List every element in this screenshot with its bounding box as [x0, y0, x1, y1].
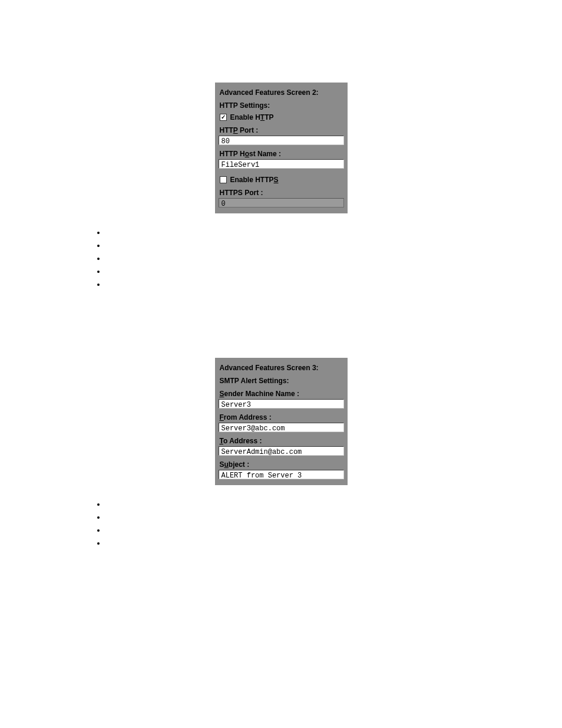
http-port-label: HTTP Port : [220, 126, 343, 134]
screen2-section: HTTP Settings: [220, 101, 343, 110]
http-host-label: HTTP Host Name : [220, 150, 343, 158]
list-item [106, 513, 491, 525]
list-item [106, 267, 491, 279]
screen2-notes-list [106, 228, 491, 292]
list-item [106, 254, 491, 266]
enable-https-label: Enable HTTPS [230, 176, 279, 184]
enable-http-checkbox[interactable]: ✓ [220, 114, 227, 121]
screen3-notes-list [106, 500, 491, 551]
screen2-title: Advanced Features Screen 2: [220, 88, 343, 97]
sender-label: Sender Machine Name : [220, 390, 343, 398]
screen3-section: SMTP Alert Settings: [220, 377, 343, 385]
enable-http-label: Enable HTTP [230, 113, 274, 121]
screen3-title: Advanced Features Screen 3: [220, 364, 343, 372]
from-label: From Address : [220, 413, 343, 421]
https-port-input[interactable]: 0 [219, 198, 344, 207]
enable-http-row[interactable]: ✓ Enable HTTP [220, 113, 343, 121]
enable-https-checkbox[interactable] [220, 176, 227, 183]
http-host-input[interactable]: FileServ1 [219, 159, 344, 169]
list-item [106, 228, 491, 240]
to-label: To Address : [220, 437, 343, 445]
http-port-input[interactable]: 80 [219, 136, 344, 145]
subject-input[interactable]: ALERT from Server 3 [219, 470, 344, 479]
from-input[interactable]: Server3@abc.com [219, 423, 344, 432]
list-item [106, 539, 491, 551]
advanced-features-screen-3: Advanced Features Screen 3: SMTP Alert S… [215, 358, 348, 485]
sender-input[interactable]: Server3 [219, 399, 344, 409]
https-port-label: HTTPS Port : [220, 189, 343, 197]
enable-https-row[interactable]: Enable HTTPS [220, 176, 343, 184]
subject-label: Subject : [220, 460, 343, 469]
to-input[interactable]: ServerAdmin@abc.com [219, 446, 344, 456]
advanced-features-screen-2: Advanced Features Screen 2: HTTP Setting… [215, 83, 348, 213]
list-item [106, 500, 491, 512]
list-item [106, 241, 491, 253]
list-item [106, 526, 491, 538]
list-item [106, 280, 491, 292]
